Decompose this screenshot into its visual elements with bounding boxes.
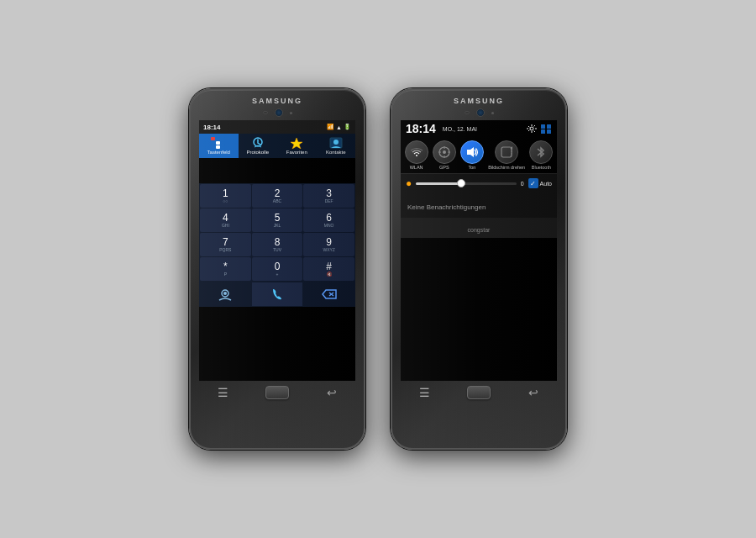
call-button[interactable] (252, 282, 303, 306)
phone2-nav-back[interactable]: ☰ (419, 386, 430, 399)
key-9[interactable]: 9 WXYZ (303, 233, 354, 256)
qs-rotate[interactable]: Bildschirm drehen (488, 140, 525, 170)
key-8[interactable]: 8 TUV (252, 233, 303, 256)
bluetooth-icon (529, 140, 553, 164)
key-2[interactable]: 2 ABC (252, 184, 303, 208)
key-star[interactable]: * P (200, 257, 251, 281)
ton-label: Ton (469, 165, 476, 170)
phone2-nav: ☰ ↩ (392, 381, 565, 404)
phone1-brand: SAMSUNG (252, 97, 302, 105)
svg-point-12 (333, 140, 339, 145)
phone2-home-btn[interactable] (467, 386, 491, 399)
svg-rect-20 (547, 124, 551, 129)
phone1-status-icons: 📶 ▲ 🔋 (327, 124, 351, 130)
svg-rect-2 (221, 137, 225, 140)
wifi-icon: ▲ (336, 124, 342, 130)
kontakte-icon (328, 137, 344, 149)
phone2-camera-lens (476, 108, 485, 117)
phone1-nav-back[interactable]: ☰ (218, 386, 228, 399)
brightness-track[interactable] (416, 182, 516, 185)
tab-protokolle[interactable]: Protokolle (239, 134, 278, 158)
phone1-home-btn[interactable] (265, 386, 289, 399)
svg-rect-4 (216, 141, 220, 145)
tab-kontakte[interactable]: Kontakte (317, 134, 356, 158)
auto-brightness-check[interactable]: ✓ Auto (528, 178, 552, 188)
dialer-tabs: Tastenfeld Protokolle (199, 134, 355, 158)
phone2-date: MO., 12. MAI (443, 126, 522, 132)
key-0[interactable]: 0 + (252, 257, 303, 281)
phone2-brand: SAMSUNG (454, 97, 504, 105)
svg-rect-8 (221, 145, 225, 149)
signal-icon: 📶 (327, 124, 334, 130)
key-4[interactable]: 4 GHI (200, 208, 251, 232)
svg-rect-0 (211, 137, 215, 140)
qs-ton[interactable]: Ton (460, 140, 484, 170)
auto-label: Auto (540, 181, 552, 187)
key-6[interactable]: 6 MNO (303, 208, 354, 232)
phone1-statusbar: 18:14 📶 ▲ 🔋 (199, 120, 355, 134)
phone1: SAMSUNG 18:14 📶 ▲ 🔋 (189, 88, 365, 450)
svg-rect-21 (541, 129, 545, 134)
phone2-speaker-dot (491, 112, 494, 114)
svg-rect-5 (221, 141, 225, 145)
settings-icon (526, 124, 538, 134)
brightness-row: ● 0 ✓ Auto (401, 174, 557, 193)
phone1-nav-recent[interactable]: ↩ (327, 386, 337, 399)
rotate-label: Bildschirm drehen (488, 165, 525, 170)
contacts-button[interactable] (200, 282, 251, 306)
phone2-top: SAMSUNG (392, 90, 565, 120)
svg-rect-7 (216, 145, 220, 149)
key-1[interactable]: 1 ○○ (200, 184, 251, 208)
dialer-dark-area (199, 158, 355, 183)
rotate-icon (495, 140, 518, 164)
tab-tastenfeld[interactable]: Tastenfeld (199, 134, 239, 158)
key-hash[interactable]: # 🔇 (303, 257, 354, 281)
svg-rect-1 (216, 137, 220, 140)
phone2: SAMSUNG 18:14 MO., 12. MAI (391, 88, 567, 450)
tab-favoriten-label: Favoriten (286, 150, 307, 155)
bluetooth-label: Bluetooth (532, 165, 551, 170)
tab-tastenfeld-label: Tastenfeld (207, 150, 230, 155)
front-sensor (263, 111, 268, 114)
camera-lens (275, 108, 283, 117)
wlan-label: WLAN (410, 165, 423, 170)
keine-benachrichtigungen: Keine Benachrichtigungen (407, 203, 486, 211)
no-notifications-area: Keine Benachrichtigungen (401, 193, 557, 218)
keypad-bottom-row (199, 282, 355, 307)
phone1-time: 18:14 (203, 124, 220, 131)
phone1-nav: ☰ ↩ (191, 381, 364, 404)
quick-settings: WLAN GPS (401, 137, 557, 174)
delete-button[interactable] (303, 282, 354, 306)
gps-icon (433, 140, 456, 164)
phone2-statusbar: 18:14 MO., 12. MAI (401, 120, 557, 137)
camera-row (263, 108, 292, 117)
qs-gps[interactable]: GPS (433, 140, 456, 170)
svg-rect-22 (547, 129, 551, 134)
battery-icon: 🔋 (344, 124, 351, 130)
keypad-grid: 1 ○○ 2 ABC 3 DEF 4 GHI 5 JKL (199, 183, 355, 282)
favoriten-icon (288, 137, 305, 149)
phones-container: SAMSUNG 18:14 📶 ▲ 🔋 (189, 88, 567, 450)
svg-marker-29 (467, 147, 474, 157)
phone2-nav-recent[interactable]: ↩ (528, 386, 538, 399)
ton-icon (460, 140, 484, 164)
grid-icon (540, 124, 552, 134)
gps-label: GPS (439, 165, 449, 170)
phone2-time: 18:14 (406, 122, 436, 135)
phone2-screen: 18:14 MO., 12. MAI (401, 120, 557, 381)
tab-protokolle-label: Protokolle (246, 150, 269, 155)
qs-wlan[interactable]: WLAN (405, 140, 428, 170)
svg-point-24 (443, 150, 446, 154)
speaker-dot (290, 112, 292, 114)
tastenfeld-icon (210, 137, 227, 149)
brightness-value: 0 (521, 181, 524, 187)
protokolle-icon (249, 137, 266, 149)
svg-rect-3 (211, 141, 215, 145)
svg-rect-6 (211, 145, 215, 149)
tab-favoriten[interactable]: Favoriten (277, 134, 317, 158)
key-5[interactable]: 5 JKL (252, 208, 303, 232)
tab-kontakte-label: Kontakte (326, 150, 346, 155)
key-3[interactable]: 3 DEF (303, 184, 354, 208)
qs-bluetooth[interactable]: Bluetooth (529, 140, 553, 170)
key-7[interactable]: 7 PQRS (200, 233, 251, 256)
